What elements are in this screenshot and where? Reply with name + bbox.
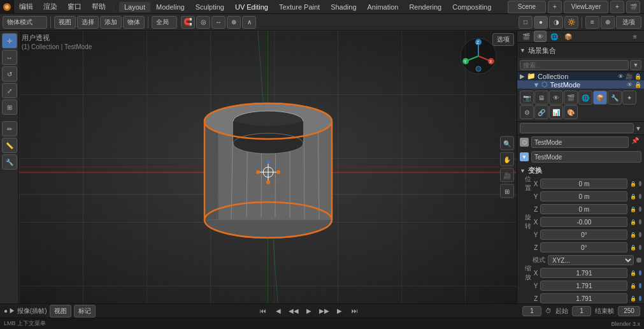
- collection-eye-icon[interactable]: 👁: [618, 73, 624, 80]
- pos-x-lock[interactable]: 🔒: [630, 181, 636, 187]
- zoom-in-btn[interactable]: 🔍: [500, 136, 514, 150]
- overlay-icon[interactable]: ≡: [585, 16, 599, 29]
- mode-selector[interactable]: 物体模式: [3, 16, 47, 29]
- options-btn-right[interactable]: 选项: [616, 16, 641, 29]
- axis-widget[interactable]: Z X Y: [459, 37, 497, 75]
- scale-z-dot[interactable]: [639, 296, 641, 301]
- tab-animation[interactable]: Animation: [362, 2, 404, 12]
- filter-dropdown-btn[interactable]: ▼: [630, 60, 641, 70]
- prop-icon-data[interactable]: 📊: [549, 105, 563, 119]
- tab-sculpting[interactable]: Sculpting: [190, 2, 229, 12]
- camera-perspective-btn[interactable]: ⊞: [500, 184, 514, 198]
- tab-shading[interactable]: Shading: [326, 2, 361, 12]
- prev-keyframe-btn[interactable]: ◀: [273, 306, 283, 316]
- snap-magnet-icon[interactable]: 🧲: [181, 16, 195, 29]
- scale-y-lock[interactable]: 🔒: [630, 283, 636, 289]
- tab-rendering[interactable]: Rendering: [404, 2, 447, 12]
- viewport-shading-rendered[interactable]: 🔆: [564, 16, 578, 29]
- jump-end-btn[interactable]: ⏭: [350, 306, 360, 316]
- viewport-shading-wireframe[interactable]: □: [519, 16, 533, 29]
- tool-scale[interactable]: ⤢: [2, 83, 17, 98]
- current-frame-input[interactable]: [522, 306, 541, 316]
- options-dropdown-btn[interactable]: 选项: [492, 33, 514, 46]
- data-name-input[interactable]: [531, 151, 641, 163]
- rot-z-lock[interactable]: 🔒: [630, 245, 636, 251]
- scale-y-dot[interactable]: [639, 283, 641, 288]
- rot-y-input[interactable]: [540, 230, 627, 240]
- start-frame-input[interactable]: [572, 306, 591, 316]
- tool-add[interactable]: 🔧: [2, 154, 17, 170]
- view-menu[interactable]: 视图: [54, 16, 76, 29]
- camera-view-btn[interactable]: 🎥: [500, 168, 514, 182]
- scale-z-input[interactable]: [540, 293, 627, 303]
- prop-icon-world[interactable]: 🌐: [578, 91, 592, 105]
- tab-uv-editing[interactable]: UV Editing: [230, 2, 273, 12]
- pos-x-input[interactable]: [540, 179, 627, 189]
- rot-x-lock[interactable]: 🔒: [630, 219, 636, 225]
- object-eye-icon[interactable]: 👁: [627, 82, 633, 88]
- collection-camera-icon[interactable]: 🎥: [626, 73, 633, 80]
- pin-btn[interactable]: 📌: [631, 137, 641, 147]
- viewlayer-selector[interactable]: ViewLayer: [564, 1, 608, 13]
- menu-help[interactable]: 帮助: [87, 0, 111, 13]
- viewport-shading-lpp[interactable]: ◑: [549, 16, 563, 29]
- viewport-area[interactable]: 用户透视 (1) Collection | TestMode Z X: [19, 31, 517, 303]
- scene-caret[interactable]: ▼: [520, 47, 526, 54]
- pos-z-lock[interactable]: 🔒: [630, 207, 636, 212]
- scale-x-input[interactable]: [540, 268, 627, 278]
- rot-z-dot[interactable]: [639, 245, 641, 250]
- prop-icon-particle[interactable]: ✦: [622, 91, 636, 105]
- render-btn[interactable]: 🎬: [626, 1, 640, 13]
- pos-z-input[interactable]: [540, 204, 627, 214]
- tool-measure[interactable]: 📏: [2, 138, 17, 153]
- prop-icon-object[interactable]: 📦: [593, 91, 607, 105]
- transform-icon[interactable]: ↔: [211, 16, 225, 29]
- collection-lock-icon[interactable]: 🔒: [634, 73, 641, 80]
- outliner-icon-object[interactable]: 📦: [562, 31, 575, 42]
- pos-y-input[interactable]: [540, 191, 627, 201]
- tab-modeling[interactable]: Modeling: [151, 2, 190, 12]
- 3d-object-cylinder[interactable]: [192, 57, 345, 250]
- prop-icon-modifier[interactable]: 🔧: [608, 91, 622, 105]
- next-frame-btn[interactable]: ▶▶: [319, 306, 329, 316]
- scene-new-btn[interactable]: +: [548, 1, 562, 13]
- pos-y-dot[interactable]: [639, 194, 641, 199]
- prop-icon-render[interactable]: 📷: [520, 91, 534, 105]
- prop-icon-scene[interactable]: 🎬: [564, 91, 578, 105]
- menu-edit[interactable]: 编辑: [14, 0, 38, 13]
- scale-x-lock[interactable]: 🔒: [630, 270, 636, 276]
- viewport-shading-solid[interactable]: ●: [534, 16, 548, 29]
- tool-rotate[interactable]: ↺: [2, 66, 17, 82]
- gizmo-icon[interactable]: ⊕: [601, 16, 615, 29]
- prop-icon-view[interactable]: 👁: [549, 91, 563, 105]
- rot-x-input[interactable]: [540, 217, 627, 227]
- prev-frame-btn[interactable]: ◀◀: [289, 306, 299, 316]
- outliner-icon-filter[interactable]: ≡: [629, 31, 641, 42]
- pos-z-dot[interactable]: [639, 207, 641, 212]
- outliner-icon-scenes[interactable]: 🎬: [520, 31, 533, 42]
- object-menu[interactable]: 物体: [123, 16, 145, 29]
- scale-z-lock[interactable]: 🔒: [630, 296, 636, 302]
- menu-window[interactable]: 窗口: [62, 0, 87, 13]
- menu-render[interactable]: 渲染: [38, 0, 62, 13]
- mode-dot[interactable]: [636, 258, 641, 263]
- transform-orient-icon[interactable]: ∧: [242, 16, 256, 29]
- prop-icon-output[interactable]: 🖥: [534, 91, 548, 105]
- rot-y-lock[interactable]: 🔒: [630, 232, 636, 238]
- tool-cursor[interactable]: ✛: [2, 33, 17, 48]
- tab-texture-paint[interactable]: Texture Paint: [274, 2, 325, 12]
- properties-search-input[interactable]: [520, 123, 634, 133]
- outliner-search-input[interactable]: [520, 60, 629, 70]
- pos-x-dot[interactable]: [639, 181, 641, 186]
- scale-y-input[interactable]: [540, 281, 627, 291]
- scene-selector[interactable]: Scene: [508, 1, 546, 13]
- fullscreen-btn[interactable]: 全局: [152, 16, 177, 29]
- play-btn[interactable]: ▶: [304, 306, 314, 316]
- end-frame-input[interactable]: [618, 306, 640, 316]
- bottom-view-btn[interactable]: 视图: [50, 305, 71, 318]
- bottom-marker-btn[interactable]: 标记: [74, 305, 96, 318]
- next-keyframe-btn[interactable]: ▶: [334, 306, 345, 316]
- tool-annotate[interactable]: ✏: [2, 121, 17, 136]
- object-lock-icon[interactable]: 🔒: [634, 82, 641, 88]
- pivot-icon[interactable]: ⊕: [227, 16, 241, 29]
